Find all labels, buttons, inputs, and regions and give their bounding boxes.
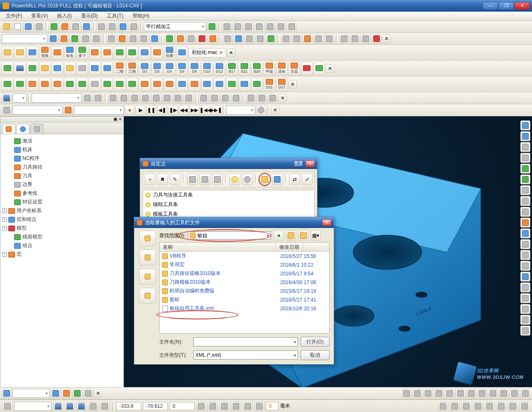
btm-btn[interactable] (488, 388, 498, 398)
place-desktop[interactable] (139, 250, 156, 265)
rtool-btn[interactable] (520, 164, 530, 174)
tb5-btn[interactable] (101, 78, 113, 91)
tb4-btn[interactable]: 等高 (288, 62, 300, 75)
tree-node[interactable]: 残留模型 (2, 233, 122, 241)
status-btn[interactable] (76, 402, 86, 411)
rtool-btn[interactable] (520, 239, 530, 249)
tb5-btn[interactable] (2, 78, 13, 91)
tree-node[interactable]: +模型 (2, 224, 122, 233)
strategy-combo[interactable]: 平行精加工 (144, 22, 206, 31)
cust-btn[interactable] (187, 174, 198, 185)
file-row[interactable]: VB程序2016/5/27 15:56 (160, 252, 329, 260)
btm-btn[interactable] (456, 388, 466, 398)
status-btn[interactable] (438, 402, 448, 411)
rtool-btn[interactable] (520, 196, 530, 206)
tb4-btn[interactable]: D10 (201, 62, 213, 75)
rtool-btn[interactable] (520, 142, 530, 152)
expand-icon[interactable]: + (2, 252, 7, 257)
tb3-btn[interactable] (139, 46, 150, 59)
tb5-btn[interactable] (139, 78, 150, 91)
cust-btn[interactable]: ⤢ (302, 174, 313, 185)
tb2-btn[interactable] (139, 34, 149, 44)
btm-btn[interactable] (499, 388, 509, 398)
tb4-btn[interactable]: D8 (189, 62, 200, 75)
tb2-btn[interactable] (255, 34, 265, 44)
btm-btn[interactable] (72, 388, 82, 398)
tb1-btn[interactable] (244, 22, 254, 32)
tb1-btn[interactable] (12, 22, 22, 32)
tb4-btn[interactable] (2, 62, 13, 75)
ffwd-button[interactable]: ▶▶ (190, 105, 200, 115)
tb2-btn[interactable] (106, 34, 116, 44)
help-button[interactable]: ? (294, 160, 303, 167)
status-btn[interactable] (2, 402, 12, 411)
rtool-btn[interactable] (520, 261, 530, 271)
dialog-close-button[interactable]: ✕ (322, 219, 331, 226)
tb6-btn[interactable] (246, 93, 256, 103)
status-btn[interactable] (508, 402, 518, 411)
expand-icon[interactable]: + (2, 217, 7, 222)
rtool-btn[interactable] (520, 282, 530, 292)
tb2-btn[interactable] (313, 34, 323, 44)
tb4-btn[interactable]: D3 (151, 62, 163, 75)
tb2-btn[interactable] (223, 34, 233, 44)
tb2-btn[interactable] (128, 34, 138, 44)
rtool-btn[interactable] (520, 174, 530, 184)
tb4-btn[interactable]: D6 (176, 62, 188, 75)
tab-globe[interactable] (16, 124, 30, 134)
tb5-btn[interactable] (239, 78, 250, 91)
file-row[interactable]: 刀路模板2010版本2016/4/30 17:06 (160, 278, 329, 287)
rtool-btn[interactable] (520, 153, 530, 163)
tb1-btn[interactable] (34, 22, 44, 32)
tb2-btn[interactable] (350, 34, 360, 44)
tb4-btn[interactable] (39, 62, 51, 75)
tb7-combo2[interactable] (74, 105, 124, 115)
tb1-btn[interactable] (233, 22, 243, 32)
filetype-combo[interactable]: XML (*.xml) (193, 351, 298, 360)
skip-fwd-button[interactable]: ▶▶❚ (211, 105, 221, 115)
tb5-btn[interactable] (14, 78, 26, 91)
tb4-btn[interactable]: 清角 (276, 62, 288, 75)
file-row[interactable]: 图标2016/5/27 17:41 (160, 295, 329, 304)
back-button[interactable]: ◄ (273, 231, 283, 240)
tree-node[interactable]: +用户坐标系 (2, 206, 122, 215)
tb3-btn[interactable]: 命名 (64, 46, 76, 59)
status-btn[interactable] (196, 402, 206, 411)
tb2-btn[interactable] (186, 34, 196, 44)
mac-chip[interactable]: 初始化.mac ✕ (189, 48, 226, 57)
status-btn[interactable] (485, 402, 495, 411)
tb2-btn[interactable] (70, 34, 80, 44)
tb2-btn[interactable] (81, 34, 91, 44)
tb4-btn[interactable]: D12 (214, 62, 225, 75)
file-row[interactable]: 刀具路径策略2010版本2016/5/17 9:54 (160, 269, 329, 278)
tb2-close-icon[interactable]: ✕ (382, 34, 391, 43)
status-btn[interactable] (208, 402, 218, 411)
tb6-btn[interactable] (82, 93, 92, 103)
tb5-btn[interactable] (189, 78, 200, 91)
skip-back-button[interactable]: ❚◀◀ (200, 105, 210, 115)
rtool-btn[interactable] (520, 326, 530, 336)
status-btn[interactable] (100, 402, 110, 411)
tb5-btn[interactable] (52, 78, 63, 91)
toolbar-list[interactable]: 刀具与连接工具条 辅助工具条 模板工具条 (143, 190, 315, 221)
import-button[interactable] (259, 174, 270, 185)
open-button[interactable]: 打开(O) (300, 337, 330, 347)
rtool-btn[interactable] (520, 228, 530, 238)
tb2-btn[interactable] (59, 34, 69, 44)
list-item[interactable]: 辅助工具条 (143, 200, 314, 209)
tb1-btn[interactable] (2, 22, 12, 32)
rtool-btn[interactable] (520, 207, 530, 217)
rewind-button[interactable]: ◀◀ (179, 105, 189, 115)
tb2-btn[interactable] (244, 34, 254, 44)
tb4-btn[interactable] (27, 62, 38, 75)
tb4-btn[interactable] (52, 62, 63, 75)
tb5-btn[interactable] (176, 78, 188, 91)
place-docs[interactable] (139, 269, 156, 284)
up-button[interactable] (286, 231, 296, 240)
bulb-button[interactable] (229, 174, 240, 185)
tb4-btn[interactable] (301, 62, 313, 75)
tb5-btn[interactable]: D17 (276, 78, 288, 91)
tab-trash[interactable] (30, 124, 44, 134)
file-row[interactable]: 机明自动编程免费版2015/6/17 19:19 (160, 287, 329, 295)
explorer-tree[interactable]: 激活机床NC程序刀具路径刀具边界参考线特征设置+用户坐标系+层和组合+模型残留模… (0, 134, 123, 399)
